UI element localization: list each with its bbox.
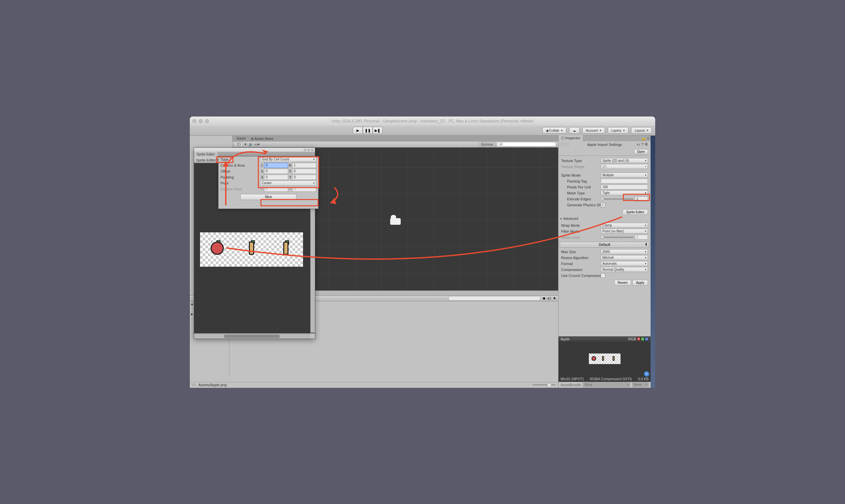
mesh-type-dropdown[interactable]: Tight — [601, 191, 648, 195]
wrap-mode-dropdown[interactable]: Clamp — [601, 223, 648, 228]
inspector-open-button[interactable]: Open — [634, 149, 648, 154]
slice-offset-y-input[interactable]: 0 — [292, 169, 316, 174]
window-title: Unity 2018.4.28f1 Personal - SampleScene… — [213, 119, 652, 123]
texture-shape-dropdown: 2D — [601, 164, 648, 169]
menu-icon[interactable]: ≡ — [647, 136, 649, 141]
slice-type-label: Type — [220, 158, 260, 161]
tab-inspector[interactable]: ⓘ Inspector — [558, 135, 583, 141]
label-r: R — [288, 163, 292, 167]
texture-type-dropdown[interactable]: Sprite (2D and UI) — [601, 158, 648, 163]
slice-offset-label: Offset — [220, 169, 260, 173]
sprite-editor-tab[interactable]: Sprite Editor — [194, 152, 217, 158]
scene-light-icon[interactable]: ☀ — [244, 142, 247, 146]
slice-pivot-label: Pivot — [220, 181, 260, 185]
minimize-window-icon[interactable] — [199, 119, 203, 123]
window-titlebar: Unity 2018.4.28f1 Personal - SampleScene… — [190, 116, 655, 126]
packing-tag-input[interactable] — [601, 179, 648, 183]
collab-dropdown[interactable]: ◉ Collab — [542, 127, 567, 134]
assetbundle-dropdown[interactable]: None — [583, 382, 630, 387]
gizmos-dropdown[interactable]: Gizmos — [479, 142, 496, 146]
download-icon[interactable]: ⬇ — [645, 242, 648, 247]
advanced-section[interactable]: Advanced — [558, 216, 651, 221]
gen-physics-checkbox[interactable]: ✓ — [601, 203, 605, 207]
assetbundle-variant-dropdown[interactable]: None — [632, 382, 649, 387]
slice-pivot-dropdown[interactable]: Center — [260, 181, 316, 186]
inspector-apply-button[interactable]: Apply — [632, 280, 648, 286]
scene-fx-icon[interactable]: ▭▾ — [254, 142, 260, 146]
preview-name: Apple — [560, 337, 570, 341]
scene-2d-toggle[interactable]: 2D — [235, 142, 242, 146]
assetbundle-label: AssetBundle — [560, 383, 581, 387]
inspector-revert-button[interactable]: Revert — [614, 280, 631, 286]
b-channel-toggle[interactable]: B — [645, 337, 649, 341]
max-size-dropdown[interactable]: 2048 — [601, 249, 648, 254]
slice-execute-button[interactable]: Slice — [240, 194, 296, 200]
slice-padding-x-input[interactable]: 0 — [264, 175, 288, 180]
filter-icon[interactable]: ◆ — [543, 296, 545, 300]
crunch-checkbox[interactable] — [601, 273, 605, 278]
close-window-icon[interactable] — [193, 119, 196, 123]
extrude-slider[interactable] — [601, 198, 633, 200]
pause-button[interactable]: ❚❚ — [363, 127, 373, 134]
platform-default-tab[interactable]: Default ⬇ — [560, 241, 649, 248]
slice-rows-input[interactable]: 1 — [292, 163, 316, 168]
label-icon[interactable]: 🏷 — [547, 296, 551, 300]
sprite-editor-mode-dropdown[interactable]: Sprite Editor ▾ — [194, 158, 220, 163]
inspector-title: Apple Import Settings — [587, 143, 622, 146]
slice-custompivot-label: Custom Pivot — [220, 187, 260, 191]
label-x: X — [260, 169, 264, 173]
slice-columns-input[interactable]: 3 — [264, 163, 288, 168]
layers-dropdown[interactable]: Layers — [608, 127, 628, 134]
compression-dropdown[interactable]: Normal Quality — [601, 267, 648, 272]
ppu-input[interactable]: 100 — [601, 184, 648, 190]
slice-cp-y-input: 0 — [292, 186, 316, 192]
preview-format: RGBA Compressed DXT5 — [590, 377, 632, 381]
breadcrumb-dots-icon: ⁝⁝ — [193, 383, 196, 387]
zoom-window-icon[interactable] — [205, 119, 209, 123]
se-minimize-icon[interactable] — [307, 148, 310, 151]
filter-mode-dropdown[interactable]: Point (no filter) — [601, 229, 648, 234]
scene-audio-icon[interactable]: 🔊 — [249, 142, 253, 146]
slice-popup: Type Grid By Cell Count Column & Row C 3… — [218, 156, 319, 209]
aniso-value: 1 — [635, 235, 648, 240]
format-dropdown[interactable]: Automatic — [601, 261, 648, 266]
preview-sprite — [589, 354, 621, 364]
step-button[interactable]: ▶❚ — [373, 127, 382, 134]
unity-toolbar: ▶ ❚❚ ▶❚ ◉ Collab ☁ Account Layers Layout — [190, 126, 655, 136]
r-channel-toggle[interactable]: R — [637, 337, 641, 341]
scene-search[interactable] — [497, 142, 556, 146]
preview-panel: Apple RGB R G B — [558, 336, 651, 382]
cloud-button[interactable]: ☁ — [569, 127, 580, 134]
layout-dropdown[interactable]: Layout — [631, 127, 652, 134]
tab-game[interactable]: Game — [234, 136, 248, 141]
account-dropdown[interactable]: Account — [582, 127, 605, 134]
grid-zoom-slider[interactable] — [533, 384, 556, 385]
preview-dims: 96x32 (NPOT) — [560, 377, 584, 381]
slice-cp-x-input: 0 — [264, 186, 288, 192]
sprite-editor-scrollbar-h[interactable] — [194, 334, 310, 339]
aniso-slider — [601, 237, 633, 238]
extrude-value[interactable]: 1 — [635, 196, 648, 201]
sprite-editor-button[interactable]: Sprite Editor — [623, 209, 648, 215]
settings-icon[interactable]: ⚙ — [645, 142, 648, 146]
se-close-icon[interactable] — [304, 148, 306, 151]
lock-icon[interactable]: 🔒 — [641, 136, 646, 141]
slice-padding-label: Padding — [220, 175, 260, 179]
sprite-mode-dropdown[interactable]: Multiple — [601, 173, 648, 178]
camera-gizmo-icon — [390, 218, 401, 225]
star-icon[interactable]: ★ — [553, 296, 556, 300]
breadcrumb: Assets/Apple.png — [198, 383, 227, 387]
tab-asset-store[interactable]: ⊞ Asset Store — [248, 136, 276, 141]
project-search[interactable] — [448, 296, 541, 301]
label-c: C — [260, 163, 264, 167]
help-icon[interactable]: ? — [641, 142, 643, 146]
preset-icon[interactable]: ▭ — [637, 142, 640, 146]
g-channel-toggle[interactable]: G — [641, 337, 645, 341]
resize-algo-dropdown[interactable]: Mitchell — [601, 255, 648, 260]
se-zoom-icon[interactable] — [311, 148, 313, 151]
slice-offset-x-input[interactable]: 0 — [264, 169, 288, 174]
slice-type-dropdown[interactable]: Grid By Cell Count — [260, 157, 316, 162]
sync-icon[interactable]: ↻ — [644, 371, 649, 377]
slice-padding-y-input[interactable]: 0 — [292, 175, 316, 180]
play-button[interactable]: ▶ — [353, 127, 363, 134]
